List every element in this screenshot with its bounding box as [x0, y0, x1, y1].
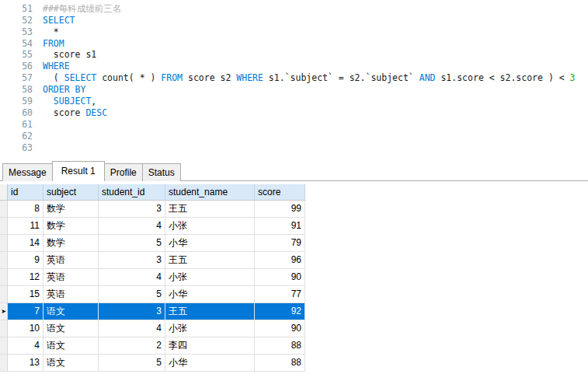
row-marker-header-cell[interactable] — [0, 184, 8, 201]
table-cell[interactable]: 11 — [8, 218, 43, 235]
table-cell[interactable]: 91 — [255, 218, 305, 235]
editor-code-area[interactable]: 5051###每科成绩前三名52SELECT53 *54FROM55 score… — [0, 0, 588, 153]
table-cell[interactable]: 王五 — [165, 252, 255, 269]
row-marker-cell[interactable] — [0, 218, 8, 235]
table-cell[interactable]: 2 — [99, 337, 165, 355]
column-header-student_id[interactable]: student_id — [99, 184, 165, 201]
table-row[interactable]: 13语文5小华88 — [0, 355, 588, 372]
table-cell[interactable]: 99 — [255, 201, 305, 218]
table-row[interactable]: 14数学5小华79 — [0, 235, 588, 252]
column-header-id[interactable]: id — [8, 184, 43, 201]
table-cell[interactable]: 语文 — [43, 303, 99, 320]
table-cell[interactable]: 数学 — [43, 201, 99, 218]
table-cell[interactable]: 3 — [99, 303, 165, 320]
row-marker-cell[interactable] — [0, 235, 8, 252]
table-cell[interactable]: 12 — [8, 269, 43, 286]
table-cell[interactable]: 小张 — [165, 218, 255, 235]
column-header-score[interactable]: score — [255, 184, 305, 201]
table-cell[interactable]: 小华 — [165, 286, 255, 303]
table-row[interactable]: 9英语3王五96 — [0, 252, 588, 269]
code-line[interactable]: 60 score DESC — [0, 107, 588, 119]
tab-status[interactable]: Status — [142, 163, 181, 181]
row-marker-cell[interactable] — [0, 252, 8, 269]
table-cell[interactable]: 英语 — [43, 269, 99, 286]
table-row[interactable]: 8数学3王五99 — [0, 201, 588, 218]
code-line[interactable]: 59 SUBJECT, — [0, 96, 588, 107]
table-cell[interactable]: 3 — [99, 201, 165, 218]
tab-result-1[interactable]: Result 1 — [52, 161, 105, 181]
row-marker-cell[interactable] — [0, 337, 8, 355]
code-line[interactable]: 55 score s1 — [0, 49, 588, 61]
table-cell[interactable]: 语文 — [43, 355, 99, 372]
sql-token-plain: count( * ) — [96, 72, 161, 83]
table-cell[interactable]: 9 — [8, 252, 43, 269]
table-cell[interactable]: 5 — [99, 235, 165, 252]
table-cell[interactable]: 李四 — [165, 337, 255, 355]
current-row-arrow-icon[interactable]: ➤ — [0, 303, 8, 320]
tab-profile[interactable]: Profile — [104, 163, 143, 181]
table-cell[interactable]: 数学 — [43, 235, 99, 252]
table-cell[interactable]: 7 — [8, 303, 43, 320]
table-cell[interactable]: 77 — [255, 286, 305, 303]
table-cell[interactable]: 数学 — [43, 218, 99, 235]
code-line[interactable]: 57 ( SELECT count( * ) FROM score s2 WHE… — [0, 72, 588, 84]
table-cell[interactable]: 5 — [99, 286, 165, 303]
table-cell[interactable]: 13 — [8, 355, 43, 372]
table-row[interactable]: 4语文2李四88 — [0, 337, 588, 355]
table-cell[interactable]: 10 — [8, 320, 43, 337]
row-marker-cell[interactable] — [0, 355, 8, 372]
tab-message[interactable]: Message — [2, 163, 53, 181]
table-cell[interactable]: 4 — [99, 269, 165, 286]
column-header-student_name[interactable]: student_name — [165, 184, 255, 201]
table-cell[interactable]: 4 — [99, 320, 165, 337]
result-tab-bar: MessageResult 1ProfileStatus — [0, 161, 588, 181]
table-cell[interactable]: 4 — [8, 337, 43, 355]
code-line[interactable]: 62 — [0, 131, 588, 142]
table-cell[interactable]: 88 — [255, 337, 305, 355]
table-cell[interactable]: 79 — [255, 235, 305, 252]
code-line[interactable]: 54FROM — [0, 38, 588, 50]
table-cell[interactable]: 90 — [255, 320, 305, 337]
table-cell[interactable]: 90 — [255, 269, 305, 286]
table-cell[interactable]: 15 — [8, 286, 43, 303]
line-number: 53 — [0, 26, 35, 38]
table-cell[interactable]: 语文 — [43, 337, 99, 355]
row-marker-cell[interactable] — [0, 286, 8, 303]
code-line[interactable]: 51###每科成绩前三名 — [0, 3, 588, 15]
table-cell[interactable]: 小华 — [165, 235, 255, 252]
table-row[interactable]: 15英语5小华77 — [0, 286, 588, 303]
table-cell[interactable]: 4 — [99, 218, 165, 235]
column-header-subject[interactable]: subject — [43, 184, 99, 201]
table-row[interactable]: 12英语4小张90 — [0, 269, 588, 286]
table-cell[interactable]: 王五 — [165, 201, 255, 218]
table-cell[interactable]: 96 — [255, 252, 305, 269]
code-text: * — [35, 26, 59, 38]
code-line[interactable]: 56WHERE — [0, 61, 588, 72]
table-cell[interactable]: 小张 — [165, 320, 255, 337]
code-line[interactable]: 53 * — [0, 26, 588, 38]
sql-editor[interactable]: 5051###每科成绩前三名52SELECT53 *54FROM55 score… — [0, 0, 588, 160]
code-text: score s1 — [35, 49, 96, 61]
code-line[interactable]: 63 — [0, 142, 588, 154]
table-cell[interactable]: 语文 — [43, 320, 99, 337]
table-row[interactable]: 10语文4小张90 — [0, 320, 588, 337]
code-line[interactable]: 52SELECT — [0, 15, 588, 26]
table-cell[interactable]: 14 — [8, 235, 43, 252]
code-line[interactable]: 61 — [0, 119, 588, 131]
table-cell[interactable]: 英语 — [43, 252, 99, 269]
table-cell[interactable]: 3 — [99, 252, 165, 269]
table-cell[interactable]: 88 — [255, 355, 305, 372]
table-cell[interactable]: 小张 — [165, 269, 255, 286]
row-marker-cell[interactable] — [0, 320, 8, 337]
table-cell[interactable]: 92 — [255, 303, 305, 320]
table-cell[interactable]: 5 — [99, 355, 165, 372]
table-row[interactable]: ➤7语文3王五92 — [0, 303, 588, 320]
code-line[interactable]: 58ORDER BY — [0, 84, 588, 96]
row-marker-cell[interactable] — [0, 201, 8, 218]
table-cell[interactable]: 小华 — [165, 355, 255, 372]
table-cell[interactable]: 王五 — [165, 303, 255, 320]
row-marker-cell[interactable] — [0, 269, 8, 286]
table-row[interactable]: 11数学4小张91 — [0, 218, 588, 235]
table-cell[interactable]: 英语 — [43, 286, 99, 303]
table-cell[interactable]: 8 — [8, 201, 43, 218]
